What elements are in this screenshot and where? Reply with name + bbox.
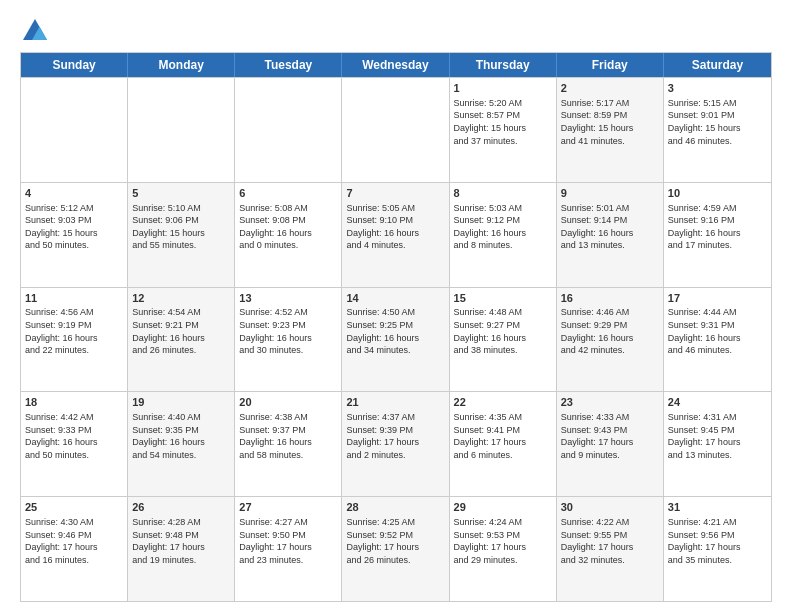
calendar-cell: 9Sunrise: 5:01 AM Sunset: 9:14 PM Daylig… [557, 183, 664, 287]
header-day-monday: Monday [128, 53, 235, 77]
day-info: Sunrise: 4:22 AM Sunset: 9:55 PM Dayligh… [561, 516, 659, 566]
calendar-row-3: 18Sunrise: 4:42 AM Sunset: 9:33 PM Dayli… [21, 391, 771, 496]
header-day-friday: Friday [557, 53, 664, 77]
calendar-cell: 12Sunrise: 4:54 AM Sunset: 9:21 PM Dayli… [128, 288, 235, 392]
day-info: Sunrise: 5:03 AM Sunset: 9:12 PM Dayligh… [454, 202, 552, 252]
calendar-row-1: 4Sunrise: 5:12 AM Sunset: 9:03 PM Daylig… [21, 182, 771, 287]
day-number: 13 [239, 291, 337, 306]
calendar-cell: 15Sunrise: 4:48 AM Sunset: 9:27 PM Dayli… [450, 288, 557, 392]
day-number: 5 [132, 186, 230, 201]
header-day-sunday: Sunday [21, 53, 128, 77]
day-info: Sunrise: 4:24 AM Sunset: 9:53 PM Dayligh… [454, 516, 552, 566]
calendar-cell: 30Sunrise: 4:22 AM Sunset: 9:55 PM Dayli… [557, 497, 664, 601]
day-info: Sunrise: 4:42 AM Sunset: 9:33 PM Dayligh… [25, 411, 123, 461]
day-number: 1 [454, 81, 552, 96]
day-info: Sunrise: 4:21 AM Sunset: 9:56 PM Dayligh… [668, 516, 767, 566]
day-number: 28 [346, 500, 444, 515]
calendar-cell: 5Sunrise: 5:10 AM Sunset: 9:06 PM Daylig… [128, 183, 235, 287]
day-number: 9 [561, 186, 659, 201]
day-number: 20 [239, 395, 337, 410]
day-info: Sunrise: 4:48 AM Sunset: 9:27 PM Dayligh… [454, 306, 552, 356]
calendar-cell [21, 78, 128, 182]
calendar-row-4: 25Sunrise: 4:30 AM Sunset: 9:46 PM Dayli… [21, 496, 771, 601]
day-info: Sunrise: 4:30 AM Sunset: 9:46 PM Dayligh… [25, 516, 123, 566]
day-info: Sunrise: 5:01 AM Sunset: 9:14 PM Dayligh… [561, 202, 659, 252]
day-number: 14 [346, 291, 444, 306]
calendar-cell: 22Sunrise: 4:35 AM Sunset: 9:41 PM Dayli… [450, 392, 557, 496]
logo-icon [20, 16, 50, 46]
calendar-row-2: 11Sunrise: 4:56 AM Sunset: 9:19 PM Dayli… [21, 287, 771, 392]
calendar-cell [128, 78, 235, 182]
calendar-cell: 3Sunrise: 5:15 AM Sunset: 9:01 PM Daylig… [664, 78, 771, 182]
calendar-cell: 2Sunrise: 5:17 AM Sunset: 8:59 PM Daylig… [557, 78, 664, 182]
calendar-cell: 31Sunrise: 4:21 AM Sunset: 9:56 PM Dayli… [664, 497, 771, 601]
calendar-cell: 10Sunrise: 4:59 AM Sunset: 9:16 PM Dayli… [664, 183, 771, 287]
header [20, 16, 772, 46]
day-number: 30 [561, 500, 659, 515]
calendar-cell: 25Sunrise: 4:30 AM Sunset: 9:46 PM Dayli… [21, 497, 128, 601]
calendar-cell [235, 78, 342, 182]
day-info: Sunrise: 4:40 AM Sunset: 9:35 PM Dayligh… [132, 411, 230, 461]
day-number: 8 [454, 186, 552, 201]
day-number: 26 [132, 500, 230, 515]
calendar-cell: 19Sunrise: 4:40 AM Sunset: 9:35 PM Dayli… [128, 392, 235, 496]
header-day-thursday: Thursday [450, 53, 557, 77]
day-number: 3 [668, 81, 767, 96]
calendar-cell: 26Sunrise: 4:28 AM Sunset: 9:48 PM Dayli… [128, 497, 235, 601]
calendar-cell: 8Sunrise: 5:03 AM Sunset: 9:12 PM Daylig… [450, 183, 557, 287]
calendar-cell: 6Sunrise: 5:08 AM Sunset: 9:08 PM Daylig… [235, 183, 342, 287]
day-info: Sunrise: 4:27 AM Sunset: 9:50 PM Dayligh… [239, 516, 337, 566]
day-info: Sunrise: 4:52 AM Sunset: 9:23 PM Dayligh… [239, 306, 337, 356]
header-day-wednesday: Wednesday [342, 53, 449, 77]
day-number: 19 [132, 395, 230, 410]
day-info: Sunrise: 4:44 AM Sunset: 9:31 PM Dayligh… [668, 306, 767, 356]
day-number: 11 [25, 291, 123, 306]
calendar-cell: 11Sunrise: 4:56 AM Sunset: 9:19 PM Dayli… [21, 288, 128, 392]
calendar: SundayMondayTuesdayWednesdayThursdayFrid… [20, 52, 772, 602]
day-info: Sunrise: 4:56 AM Sunset: 9:19 PM Dayligh… [25, 306, 123, 356]
calendar-cell: 1Sunrise: 5:20 AM Sunset: 8:57 PM Daylig… [450, 78, 557, 182]
calendar-cell: 24Sunrise: 4:31 AM Sunset: 9:45 PM Dayli… [664, 392, 771, 496]
day-info: Sunrise: 4:46 AM Sunset: 9:29 PM Dayligh… [561, 306, 659, 356]
calendar-cell: 23Sunrise: 4:33 AM Sunset: 9:43 PM Dayli… [557, 392, 664, 496]
day-info: Sunrise: 4:33 AM Sunset: 9:43 PM Dayligh… [561, 411, 659, 461]
day-number: 18 [25, 395, 123, 410]
day-info: Sunrise: 4:50 AM Sunset: 9:25 PM Dayligh… [346, 306, 444, 356]
day-info: Sunrise: 5:12 AM Sunset: 9:03 PM Dayligh… [25, 202, 123, 252]
calendar-row-0: 1Sunrise: 5:20 AM Sunset: 8:57 PM Daylig… [21, 77, 771, 182]
day-number: 29 [454, 500, 552, 515]
day-number: 21 [346, 395, 444, 410]
calendar-cell: 13Sunrise: 4:52 AM Sunset: 9:23 PM Dayli… [235, 288, 342, 392]
page: SundayMondayTuesdayWednesdayThursdayFrid… [0, 0, 792, 612]
day-number: 27 [239, 500, 337, 515]
calendar-cell: 27Sunrise: 4:27 AM Sunset: 9:50 PM Dayli… [235, 497, 342, 601]
calendar-body: 1Sunrise: 5:20 AM Sunset: 8:57 PM Daylig… [21, 77, 771, 601]
day-info: Sunrise: 4:35 AM Sunset: 9:41 PM Dayligh… [454, 411, 552, 461]
calendar-cell: 17Sunrise: 4:44 AM Sunset: 9:31 PM Dayli… [664, 288, 771, 392]
logo [20, 16, 54, 46]
calendar-cell: 29Sunrise: 4:24 AM Sunset: 9:53 PM Dayli… [450, 497, 557, 601]
day-info: Sunrise: 5:17 AM Sunset: 8:59 PM Dayligh… [561, 97, 659, 147]
day-number: 22 [454, 395, 552, 410]
calendar-cell: 7Sunrise: 5:05 AM Sunset: 9:10 PM Daylig… [342, 183, 449, 287]
calendar-header: SundayMondayTuesdayWednesdayThursdayFrid… [21, 53, 771, 77]
day-number: 6 [239, 186, 337, 201]
day-number: 4 [25, 186, 123, 201]
day-info: Sunrise: 4:28 AM Sunset: 9:48 PM Dayligh… [132, 516, 230, 566]
day-info: Sunrise: 4:25 AM Sunset: 9:52 PM Dayligh… [346, 516, 444, 566]
day-number: 2 [561, 81, 659, 96]
day-info: Sunrise: 4:38 AM Sunset: 9:37 PM Dayligh… [239, 411, 337, 461]
day-number: 12 [132, 291, 230, 306]
calendar-cell: 18Sunrise: 4:42 AM Sunset: 9:33 PM Dayli… [21, 392, 128, 496]
day-number: 16 [561, 291, 659, 306]
calendar-cell [342, 78, 449, 182]
calendar-cell: 20Sunrise: 4:38 AM Sunset: 9:37 PM Dayli… [235, 392, 342, 496]
header-day-tuesday: Tuesday [235, 53, 342, 77]
calendar-cell: 28Sunrise: 4:25 AM Sunset: 9:52 PM Dayli… [342, 497, 449, 601]
calendar-cell: 16Sunrise: 4:46 AM Sunset: 9:29 PM Dayli… [557, 288, 664, 392]
day-number: 31 [668, 500, 767, 515]
header-day-saturday: Saturday [664, 53, 771, 77]
day-number: 7 [346, 186, 444, 201]
calendar-cell: 21Sunrise: 4:37 AM Sunset: 9:39 PM Dayli… [342, 392, 449, 496]
day-info: Sunrise: 4:54 AM Sunset: 9:21 PM Dayligh… [132, 306, 230, 356]
